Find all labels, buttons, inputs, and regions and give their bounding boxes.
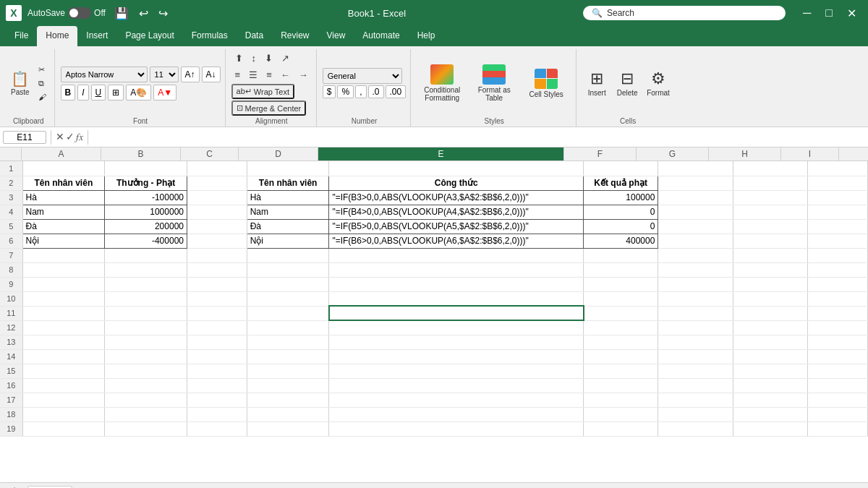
- list-item[interactable]: [187, 335, 247, 349]
- number-format-select[interactable]: General Number Currency Date Text: [323, 68, 402, 84]
- list-item[interactable]: [105, 306, 187, 320]
- comma-btn[interactable]: ,: [355, 85, 366, 98]
- list-item[interactable]: Đà: [22, 219, 105, 234]
- list-item[interactable]: [808, 248, 868, 262]
- list-item[interactable]: [658, 219, 733, 234]
- list-item[interactable]: -100000: [105, 190, 187, 205]
- decrease-decimal-btn[interactable]: .0: [368, 85, 384, 98]
- font-grow-btn[interactable]: A↑: [181, 67, 200, 82]
- row-num[interactable]: 1: [0, 161, 22, 176]
- indent-decrease-btn[interactable]: ←: [277, 67, 294, 82]
- list-item[interactable]: [105, 262, 187, 277]
- list-item[interactable]: [247, 277, 329, 291]
- list-item[interactable]: [808, 291, 868, 306]
- list-item[interactable]: [247, 320, 329, 335]
- list-item[interactable]: [733, 407, 807, 421]
- align-bottom-btn[interactable]: ⬇: [261, 51, 276, 66]
- list-item[interactable]: [247, 161, 329, 176]
- fill-color-btn[interactable]: A🎨: [126, 85, 151, 100]
- list-item[interactable]: [733, 219, 807, 234]
- list-item[interactable]: [658, 205, 733, 219]
- row-num[interactable]: 10: [0, 291, 22, 306]
- list-item[interactable]: [733, 161, 807, 176]
- list-item[interactable]: 400000: [584, 234, 658, 248]
- format-as-table-btn[interactable]: Format as Table: [469, 62, 519, 104]
- list-item[interactable]: Nam: [22, 205, 105, 219]
- list-item[interactable]: [22, 364, 105, 378]
- list-item[interactable]: [105, 364, 187, 378]
- list-item[interactable]: [733, 277, 807, 291]
- list-item[interactable]: Đà: [247, 219, 329, 234]
- tab-file[interactable]: File: [6, 26, 37, 46]
- row-num[interactable]: 15: [0, 364, 22, 378]
- align-top-btn[interactable]: ⬆: [231, 51, 247, 66]
- add-sheet-btn[interactable]: ＋: [3, 481, 26, 488]
- font-size-select[interactable]: 8910 111214: [150, 67, 179, 82]
- list-item[interactable]: Tên nhân viên: [22, 176, 105, 190]
- list-item[interactable]: [22, 306, 105, 320]
- indent-increase-btn[interactable]: →: [295, 67, 312, 82]
- list-item[interactable]: [733, 378, 807, 393]
- list-item[interactable]: [187, 234, 247, 248]
- minimize-btn[interactable]: ─: [797, 5, 817, 22]
- list-item[interactable]: [247, 407, 329, 421]
- border-btn[interactable]: ⊞: [108, 85, 124, 100]
- list-item[interactable]: [733, 421, 807, 436]
- list-item[interactable]: [808, 393, 868, 407]
- col-header-g[interactable]: G: [637, 147, 709, 160]
- list-item[interactable]: [808, 262, 868, 277]
- list-item[interactable]: [808, 335, 868, 349]
- list-item[interactable]: [329, 306, 584, 320]
- list-item[interactable]: [584, 349, 658, 364]
- list-item[interactable]: [658, 393, 733, 407]
- list-item[interactable]: [658, 349, 733, 364]
- list-item[interactable]: [808, 320, 868, 335]
- title-search-box[interactable]: 🔍 Search: [583, 6, 786, 20]
- list-item[interactable]: [733, 176, 807, 190]
- list-item[interactable]: [584, 393, 658, 407]
- row-num[interactable]: 18: [0, 407, 22, 421]
- list-item[interactable]: [658, 378, 733, 393]
- list-item[interactable]: [247, 248, 329, 262]
- row-num[interactable]: 8: [0, 262, 22, 277]
- wrap-text-btn[interactable]: ab↵ Wrap Text: [231, 84, 294, 99]
- list-item[interactable]: [187, 393, 247, 407]
- list-item[interactable]: [22, 320, 105, 335]
- list-item[interactable]: [733, 262, 807, 277]
- list-item[interactable]: [329, 421, 584, 436]
- close-btn[interactable]: ✕: [841, 5, 862, 22]
- list-item[interactable]: [329, 393, 584, 407]
- col-header-f[interactable]: F: [564, 147, 637, 160]
- list-item[interactable]: [733, 306, 807, 320]
- list-item[interactable]: [733, 320, 807, 335]
- list-item[interactable]: [247, 378, 329, 393]
- row-num[interactable]: 6: [0, 234, 22, 248]
- list-item[interactable]: Kết quả phạt: [584, 176, 658, 190]
- list-item[interactable]: [658, 306, 733, 320]
- list-item[interactable]: [247, 364, 329, 378]
- align-middle-btn[interactable]: ↕: [248, 51, 260, 66]
- list-item[interactable]: Hà: [22, 190, 105, 205]
- font-family-select[interactable]: Aptos Narrow Arial Calibri: [61, 67, 148, 82]
- row-num[interactable]: 17: [0, 393, 22, 407]
- list-item[interactable]: [658, 421, 733, 436]
- list-item[interactable]: [329, 407, 584, 421]
- maximize-btn[interactable]: □: [820, 5, 838, 22]
- list-item[interactable]: [658, 364, 733, 378]
- list-item[interactable]: [584, 421, 658, 436]
- list-item[interactable]: [105, 407, 187, 421]
- currency-btn[interactable]: $: [323, 85, 336, 98]
- list-item[interactable]: [105, 335, 187, 349]
- cell-styles-btn[interactable]: Cell Styles: [521, 67, 571, 100]
- list-item[interactable]: [247, 421, 329, 436]
- list-item[interactable]: [187, 306, 247, 320]
- list-item[interactable]: [105, 349, 187, 364]
- list-item[interactable]: [247, 306, 329, 320]
- row-num[interactable]: 19: [0, 421, 22, 436]
- formula-input[interactable]: [93, 132, 865, 143]
- list-item[interactable]: [22, 335, 105, 349]
- row-num[interactable]: 12: [0, 320, 22, 335]
- list-item[interactable]: [22, 407, 105, 421]
- list-item[interactable]: [22, 378, 105, 393]
- list-item[interactable]: [584, 262, 658, 277]
